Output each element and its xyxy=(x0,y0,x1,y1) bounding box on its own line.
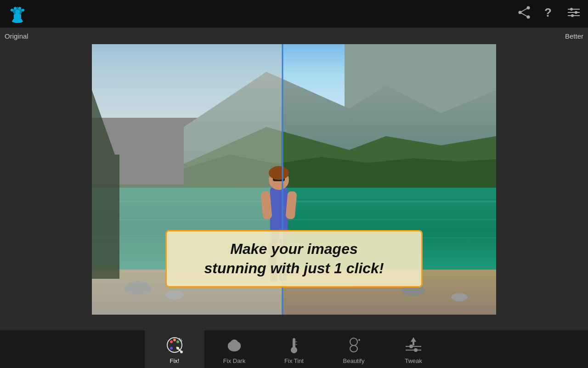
svg-point-61 xyxy=(173,339,176,341)
help-icon[interactable]: ? xyxy=(542,6,556,23)
tooltip-text: Make your images stunning with just 1 cl… xyxy=(183,240,405,278)
tool-tweak[interactable]: Tweak xyxy=(384,330,443,368)
svg-line-14 xyxy=(520,12,528,17)
svg-text:?: ? xyxy=(544,6,552,19)
label-original: Original xyxy=(5,32,28,40)
toolbar: Fix! Fix Dark Fix Tint xyxy=(0,330,588,368)
tooltip-banner: Make your images stunning with just 1 cl… xyxy=(165,230,423,288)
svg-point-20 xyxy=(575,11,577,14)
svg-rect-76 xyxy=(350,345,357,352)
share-icon[interactable] xyxy=(517,6,531,23)
tool-beautify-label: Beautify xyxy=(343,357,365,364)
svg-point-57 xyxy=(170,340,173,343)
svg-point-75 xyxy=(350,338,357,345)
svg-point-58 xyxy=(176,340,179,343)
svg-rect-71 xyxy=(293,338,295,348)
svg-rect-82 xyxy=(413,342,414,345)
settings-icon[interactable] xyxy=(567,6,581,23)
svg-point-21 xyxy=(571,14,574,17)
logo-icon xyxy=(7,4,28,24)
beautify-icon xyxy=(343,334,364,356)
tool-fix-tint[interactable]: Fix Tint xyxy=(264,330,324,368)
svg-point-86 xyxy=(414,348,418,352)
tool-fix-dark[interactable]: Fix Dark xyxy=(204,330,264,368)
fix-icon xyxy=(164,334,185,356)
main-content: Original Better xyxy=(0,28,588,331)
svg-point-19 xyxy=(570,8,573,11)
fix-dark-icon xyxy=(224,334,245,356)
svg-point-63 xyxy=(180,351,183,353)
svg-line-13 xyxy=(520,8,528,12)
svg-point-72 xyxy=(291,347,297,353)
tweak-icon xyxy=(403,334,424,356)
svg-point-44 xyxy=(269,166,289,180)
svg-point-85 xyxy=(409,345,413,348)
tool-fix-tint-label: Fix Tint xyxy=(284,357,304,364)
tool-fix[interactable]: Fix! xyxy=(145,330,204,368)
image-comparison[interactable]: Make your images stunning with just 1 cl… xyxy=(92,44,496,315)
svg-line-65 xyxy=(180,339,181,340)
tool-beautify[interactable]: Beautify xyxy=(324,330,384,368)
svg-marker-81 xyxy=(411,337,416,342)
tool-tweak-label: Tweak xyxy=(405,357,422,364)
tool-fix-label: Fix! xyxy=(170,357,180,364)
tool-fix-dark-label: Fix Dark xyxy=(223,357,245,364)
svg-point-70 xyxy=(230,339,238,348)
svg-point-59 xyxy=(170,347,173,350)
svg-rect-3 xyxy=(14,14,21,19)
header-actions: ? xyxy=(517,6,581,23)
app-logo xyxy=(7,4,28,24)
svg-point-36 xyxy=(451,293,468,301)
svg-rect-39 xyxy=(92,155,119,279)
header-bar: ? xyxy=(0,0,588,28)
label-better: Better xyxy=(565,32,583,40)
fix-tint-icon xyxy=(283,334,305,356)
